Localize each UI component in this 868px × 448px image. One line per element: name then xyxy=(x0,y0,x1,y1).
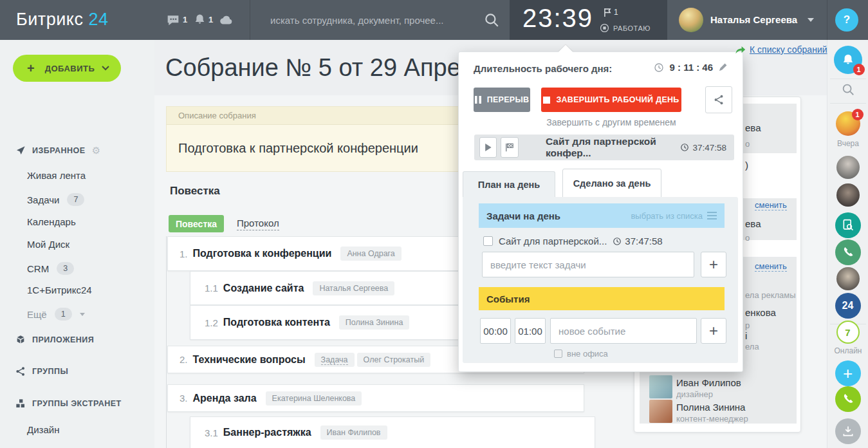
participant-name-fragment: енкова xyxy=(745,307,776,318)
sidebar-section-extranet-groups[interactable]: ГРУППЫ ЭКСТРАНЕТ xyxy=(15,398,122,409)
pause-button[interactable]: ПЕРЕРЫВ xyxy=(474,88,530,112)
help-button[interactable]: ? xyxy=(835,8,858,32)
sidebar-item-tasks[interactable]: Задачи7 xyxy=(27,193,84,206)
right-toolbar: 1 1 Вчера 24 7 Онлайн + xyxy=(827,40,868,448)
hamburger-icon xyxy=(707,212,717,219)
add-button[interactable]: + ДОБАВИТЬ xyxy=(13,55,121,82)
assignee-pill[interactable]: Наталья Сергеева xyxy=(313,281,394,295)
events-header-bar: События xyxy=(479,287,725,310)
task-item-title[interactable]: Сайт для партнерской... xyxy=(499,236,607,247)
bell-icon[interactable] xyxy=(194,14,206,26)
search-icon[interactable] xyxy=(483,12,500,28)
workday-duration-value: 9 : 11 : 46 xyxy=(669,62,713,73)
user-name[interactable]: Наталья Сергеева xyxy=(710,14,797,25)
phone-button[interactable] xyxy=(835,239,861,265)
tab-plan-for-day[interactable]: План на день xyxy=(463,171,555,198)
clock-icon xyxy=(680,143,689,152)
page-title: Собрание № 5 от 29 Апреля xyxy=(165,54,487,82)
chat-avatar[interactable] xyxy=(836,183,860,207)
finish-other-time-link[interactable]: Завершить с другим временем xyxy=(541,117,681,127)
finish-workday-button[interactable]: ЗАВЕРШИТЬ РАБОЧИЙ ДЕНЬ xyxy=(541,88,681,112)
tab-protocol[interactable]: Протокол xyxy=(237,218,279,230)
text-fragment: ) xyxy=(745,160,748,171)
sidebar-item-more[interactable]: Ещё1 xyxy=(27,308,85,321)
change-link[interactable]: сменить xyxy=(755,200,787,210)
member-name[interactable]: Полина Зинина xyxy=(676,402,745,413)
divider xyxy=(827,0,827,40)
search-input[interactable] xyxy=(270,9,463,31)
chat-icon[interactable] xyxy=(167,14,180,26)
tab-done-for-day[interactable]: Сделано за день xyxy=(562,169,661,198)
bitrix24-network-button[interactable]: 24 xyxy=(835,293,861,319)
tab-agenda[interactable]: Повестка xyxy=(169,215,224,232)
gear-icon[interactable]: ⚙ xyxy=(92,145,101,156)
sidebar-item-my-disk[interactable]: Мой Диск xyxy=(27,239,69,250)
event-time-from-input[interactable] xyxy=(480,318,511,344)
member-role: контент-менеджер xyxy=(676,414,748,424)
cloud-icon[interactable] xyxy=(219,14,234,26)
add-task-button[interactable]: + xyxy=(701,252,726,277)
sidebar-item-1c-bitrix24[interactable]: 1С+Битрикс24 xyxy=(27,285,92,295)
sidebar-item-live-feed[interactable]: Живая лента xyxy=(27,170,86,181)
chevron-down-icon[interactable] xyxy=(808,18,814,23)
assignee-pill[interactable]: Екатерина Шеленкова xyxy=(266,391,362,406)
document-search-button[interactable] xyxy=(835,212,861,238)
clock-icon xyxy=(654,62,664,73)
event-time-to-input[interactable] xyxy=(515,318,546,344)
phone-icon xyxy=(842,393,854,406)
out-of-office-checkbox[interactable] xyxy=(554,350,562,358)
sidebar-section-favorites[interactable]: ИЗБРАННОЕ ⚙ xyxy=(15,145,101,156)
finish-flag-button[interactable] xyxy=(501,137,518,158)
user-avatar[interactable] xyxy=(679,8,703,32)
task-link-pill[interactable]: Задача xyxy=(315,353,355,367)
member-avatar[interactable] xyxy=(649,400,672,423)
assignee-pill[interactable]: Иван Филипов xyxy=(320,425,387,440)
download-button[interactable] xyxy=(835,418,861,444)
agenda-row-3-1[interactable]: 3.1 Баннер-растяжка Иван Филипов xyxy=(190,416,595,448)
new-event-input[interactable] xyxy=(550,318,697,344)
invite-button[interactable]: + xyxy=(835,360,861,386)
online-label: Онлайн xyxy=(827,346,868,355)
assignee-pill[interactable]: Анна Одрага xyxy=(340,247,401,261)
choose-from-list-link[interactable]: выбрать из списка xyxy=(631,211,717,221)
member-name[interactable]: Иван Филипов xyxy=(676,377,741,388)
pencil-icon[interactable] xyxy=(718,62,728,72)
apps-icon xyxy=(15,335,26,345)
play-button[interactable] xyxy=(479,137,497,158)
assignee-pill[interactable]: Полина Зинина xyxy=(339,315,410,330)
tasks-header-bar: Задачи на день выбрать из списка xyxy=(479,203,725,228)
participant-role-fragment: о xyxy=(745,139,750,149)
notifications-button[interactable]: 1 xyxy=(834,46,862,74)
online-counter[interactable]: 7 xyxy=(836,321,860,344)
task-item-time: 37:47:58 xyxy=(625,236,662,247)
new-task-input[interactable] xyxy=(482,252,694,277)
sidebar-item-calendar[interactable]: Календарь xyxy=(27,216,76,227)
assignee-pill[interactable]: Олег Строкатый xyxy=(357,353,431,367)
agenda-row-3[interactable]: 3. Аренда зала Екатерина Шеленкова xyxy=(167,384,584,412)
member-role: дизайнер xyxy=(676,389,713,399)
bitrix24-logo[interactable]: Битрикс 24 xyxy=(16,10,108,30)
sidebar-section-apps[interactable]: ПРИЛОЖЕНИЯ xyxy=(15,335,94,345)
worktime-widget[interactable]: 23:39 1 РАБОТАЮ xyxy=(510,0,667,40)
member-avatar[interactable] xyxy=(649,375,672,398)
chat-avatar[interactable] xyxy=(836,156,860,179)
search-icon[interactable] xyxy=(840,81,856,98)
task-checkbox[interactable] xyxy=(483,236,493,246)
add-event-button[interactable]: + xyxy=(701,318,726,344)
back-to-meetings-link[interactable]: К списку собраний xyxy=(735,44,827,55)
share-button[interactable] xyxy=(705,86,732,113)
chat-avatar[interactable] xyxy=(836,267,860,290)
chevron-down-icon xyxy=(102,66,109,71)
blocks-icon xyxy=(15,398,26,409)
change-link[interactable]: сменить xyxy=(755,261,787,272)
sidebar-section-groups[interactable]: ГРУППЫ xyxy=(15,366,68,377)
checkered-flag-icon xyxy=(505,143,514,152)
active-task-title[interactable]: Сайт для партнерской конфер... xyxy=(546,136,681,159)
call-button[interactable] xyxy=(835,386,861,412)
divider xyxy=(830,103,866,104)
chat-avatar[interactable]: 1 xyxy=(836,111,860,136)
agenda-guide-line xyxy=(166,236,167,448)
sidebar-item-crm[interactable]: CRM3 xyxy=(27,262,74,275)
clock-icon xyxy=(613,237,622,246)
sidebar-item-design[interactable]: Дизайн xyxy=(27,424,59,435)
